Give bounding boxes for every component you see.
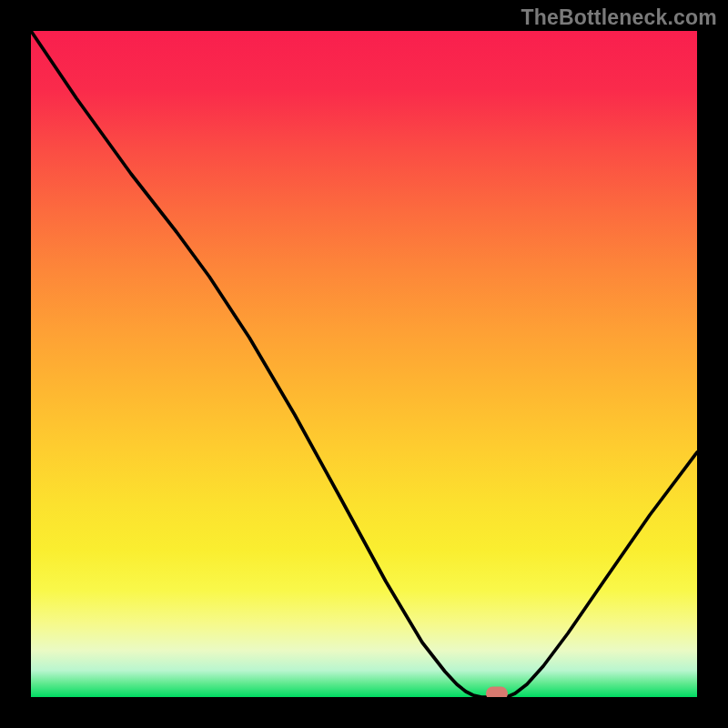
chart-frame: TheBottleneck.com xyxy=(0,0,728,728)
bottleneck-curve xyxy=(31,31,697,697)
curve-path xyxy=(31,31,697,697)
watermark-label: TheBottleneck.com xyxy=(521,5,717,30)
optimal-marker xyxy=(486,687,508,698)
plot-area xyxy=(31,31,697,697)
